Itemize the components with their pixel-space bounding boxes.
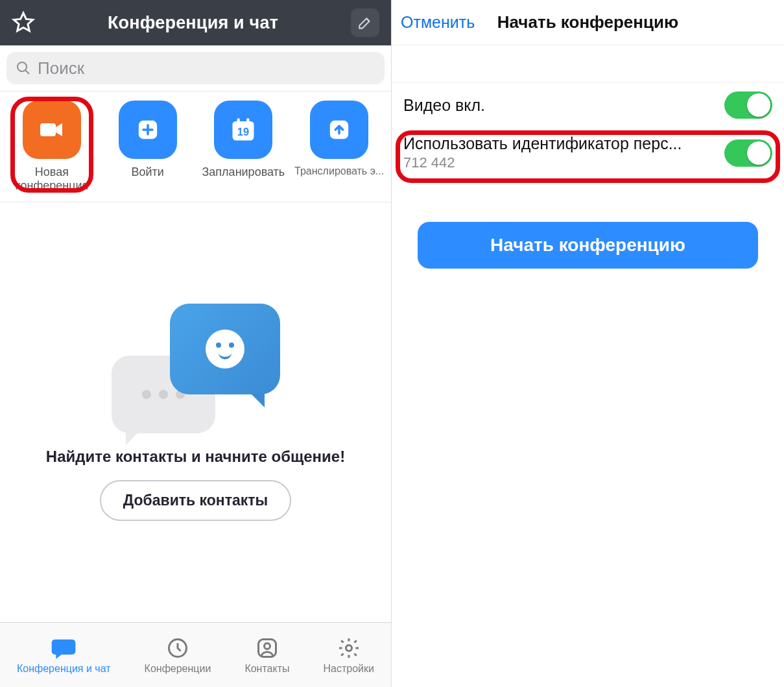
tab-bar: Конференция и чат Конференции Контакты Н… <box>0 622 391 687</box>
action-label: Войти <box>131 165 163 193</box>
toggle-video-on[interactable] <box>724 91 772 119</box>
svg-point-14 <box>264 643 270 649</box>
calendar-icon: 19 <box>214 101 272 159</box>
start-meeting-button[interactable]: Начать конференцию <box>418 222 758 269</box>
pane-start-meeting: Отменить Начать конференцию Видео вкл. И… <box>392 0 784 687</box>
svg-point-15 <box>346 645 351 651</box>
pane-conference-chat: Конференция и чат Новая конференция Войт… <box>0 0 392 687</box>
pmi-value: 712 442 <box>403 154 682 171</box>
action-label: Транслировать э... <box>294 165 384 193</box>
empty-state: Найдите контакты и начните общение! Доба… <box>0 202 391 622</box>
tab-label: Конференции <box>145 663 211 675</box>
star-icon[interactable] <box>12 11 35 34</box>
svg-line-1 <box>25 70 29 74</box>
action-schedule[interactable]: 19 Запланировать <box>197 101 291 193</box>
compose-icon[interactable] <box>351 8 379 37</box>
action-label: Запланировать <box>202 165 285 193</box>
empty-title: Найдите контакты и начните общение! <box>46 448 345 466</box>
clock-icon <box>166 636 189 660</box>
modal-title: Начать конференцию <box>497 12 678 32</box>
tab-chat[interactable]: Конференция и чат <box>17 636 111 675</box>
page-title: Конференция и чат <box>108 13 278 33</box>
search-wrap <box>0 45 391 91</box>
gear-icon <box>337 636 361 660</box>
svg-point-0 <box>18 62 27 71</box>
action-label: Новая конференция <box>15 165 88 193</box>
tab-label: Настройки <box>324 663 374 675</box>
tab-meetings[interactable]: Конференции <box>145 636 211 675</box>
svg-text:19: 19 <box>237 126 249 138</box>
toggle-use-pmi[interactable] <box>724 139 772 167</box>
setting-label: Видео вкл. <box>403 96 485 115</box>
search-field[interactable] <box>38 58 375 78</box>
setting-label: Использовать идентификатор перс... <box>403 134 682 153</box>
setting-use-pmi: Использовать идентификатор перс... 712 4… <box>392 128 784 183</box>
action-share-screen[interactable]: Транслировать э... <box>292 101 386 193</box>
action-row: Новая конференция Войти 19 Запланировать… <box>0 91 391 202</box>
cancel-button[interactable]: Отменить <box>401 13 475 32</box>
action-join[interactable]: Войти <box>101 101 195 193</box>
tab-label: Конференция и чат <box>17 663 111 675</box>
share-icon <box>310 101 368 159</box>
right-header: Отменить Начать конференцию <box>392 0 784 45</box>
chat-bubble-icon <box>51 636 77 660</box>
tab-settings[interactable]: Настройки <box>324 636 374 675</box>
video-icon <box>23 101 81 159</box>
add-contacts-button[interactable]: Добавить контакты <box>100 480 291 521</box>
left-header: Конференция и чат <box>0 0 391 45</box>
settings-list: Видео вкл. Использовать идентификатор пе… <box>392 82 784 183</box>
svg-rect-2 <box>40 123 56 136</box>
tab-contacts[interactable]: Контакты <box>244 636 289 675</box>
plus-icon <box>119 101 177 159</box>
action-new-meeting[interactable]: Новая конференция <box>5 101 99 193</box>
contacts-icon <box>255 636 279 660</box>
setting-video-on: Видео вкл. <box>392 82 784 128</box>
tab-label: Контакты <box>244 663 289 675</box>
search-icon <box>16 60 31 76</box>
chat-illustration <box>112 304 280 433</box>
start-button-wrap: Начать конференцию <box>392 183 784 269</box>
search-input[interactable] <box>6 52 385 84</box>
